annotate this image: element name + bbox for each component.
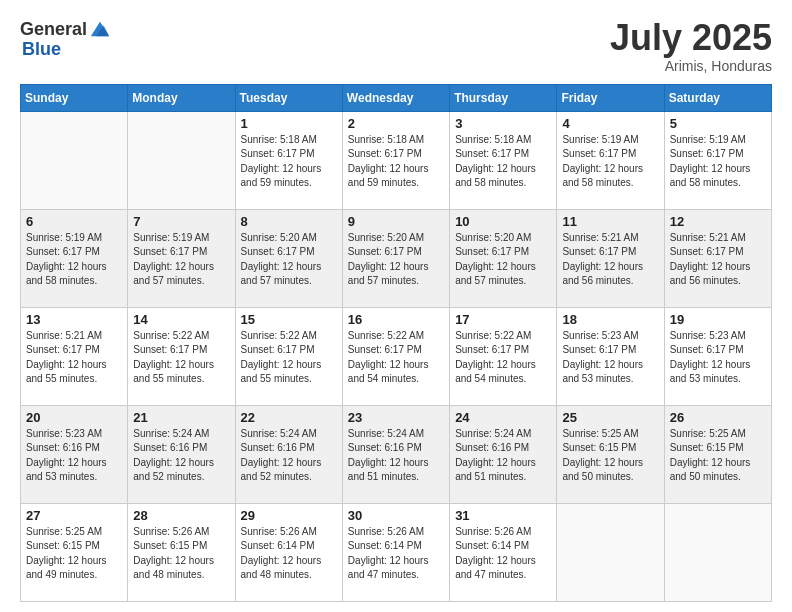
day-info: Sunrise: 5:26 AM Sunset: 6:14 PM Dayligh…	[241, 525, 337, 583]
day-number: 19	[670, 312, 766, 327]
day-number: 8	[241, 214, 337, 229]
page: General Blue July 2025 Arimis, Honduras …	[0, 0, 792, 612]
day-info: Sunrise: 5:23 AM Sunset: 6:17 PM Dayligh…	[670, 329, 766, 387]
table-row: 20Sunrise: 5:23 AM Sunset: 6:16 PM Dayli…	[21, 405, 128, 503]
table-row: 10Sunrise: 5:20 AM Sunset: 6:17 PM Dayli…	[450, 209, 557, 307]
day-number: 12	[670, 214, 766, 229]
day-info: Sunrise: 5:24 AM Sunset: 6:16 PM Dayligh…	[133, 427, 229, 485]
day-info: Sunrise: 5:26 AM Sunset: 6:15 PM Dayligh…	[133, 525, 229, 583]
table-row: 26Sunrise: 5:25 AM Sunset: 6:15 PM Dayli…	[664, 405, 771, 503]
table-row: 23Sunrise: 5:24 AM Sunset: 6:16 PM Dayli…	[342, 405, 449, 503]
col-sunday: Sunday	[21, 84, 128, 111]
header: General Blue July 2025 Arimis, Honduras	[20, 18, 772, 74]
table-row: 27Sunrise: 5:25 AM Sunset: 6:15 PM Dayli…	[21, 503, 128, 601]
day-number: 9	[348, 214, 444, 229]
table-row: 12Sunrise: 5:21 AM Sunset: 6:17 PM Dayli…	[664, 209, 771, 307]
day-number: 26	[670, 410, 766, 425]
table-row: 9Sunrise: 5:20 AM Sunset: 6:17 PM Daylig…	[342, 209, 449, 307]
table-row: 1Sunrise: 5:18 AM Sunset: 6:17 PM Daylig…	[235, 111, 342, 209]
day-number: 17	[455, 312, 551, 327]
day-number: 15	[241, 312, 337, 327]
day-number: 31	[455, 508, 551, 523]
day-info: Sunrise: 5:19 AM Sunset: 6:17 PM Dayligh…	[670, 133, 766, 191]
table-row	[128, 111, 235, 209]
day-info: Sunrise: 5:23 AM Sunset: 6:17 PM Dayligh…	[562, 329, 658, 387]
day-number: 22	[241, 410, 337, 425]
day-info: Sunrise: 5:20 AM Sunset: 6:17 PM Dayligh…	[455, 231, 551, 289]
table-row: 25Sunrise: 5:25 AM Sunset: 6:15 PM Dayli…	[557, 405, 664, 503]
day-info: Sunrise: 5:19 AM Sunset: 6:17 PM Dayligh…	[26, 231, 122, 289]
table-row: 6Sunrise: 5:19 AM Sunset: 6:17 PM Daylig…	[21, 209, 128, 307]
day-number: 30	[348, 508, 444, 523]
table-row	[557, 503, 664, 601]
day-info: Sunrise: 5:19 AM Sunset: 6:17 PM Dayligh…	[133, 231, 229, 289]
day-number: 16	[348, 312, 444, 327]
day-info: Sunrise: 5:24 AM Sunset: 6:16 PM Dayligh…	[348, 427, 444, 485]
calendar-row: 13Sunrise: 5:21 AM Sunset: 6:17 PM Dayli…	[21, 307, 772, 405]
day-number: 4	[562, 116, 658, 131]
day-info: Sunrise: 5:25 AM Sunset: 6:15 PM Dayligh…	[670, 427, 766, 485]
day-number: 18	[562, 312, 658, 327]
day-info: Sunrise: 5:22 AM Sunset: 6:17 PM Dayligh…	[133, 329, 229, 387]
calendar-row: 1Sunrise: 5:18 AM Sunset: 6:17 PM Daylig…	[21, 111, 772, 209]
col-wednesday: Wednesday	[342, 84, 449, 111]
day-info: Sunrise: 5:20 AM Sunset: 6:17 PM Dayligh…	[241, 231, 337, 289]
day-info: Sunrise: 5:18 AM Sunset: 6:17 PM Dayligh…	[455, 133, 551, 191]
day-info: Sunrise: 5:20 AM Sunset: 6:17 PM Dayligh…	[348, 231, 444, 289]
day-number: 21	[133, 410, 229, 425]
day-number: 29	[241, 508, 337, 523]
logo-icon	[89, 18, 111, 40]
table-row: 5Sunrise: 5:19 AM Sunset: 6:17 PM Daylig…	[664, 111, 771, 209]
logo-general: General	[20, 20, 87, 38]
col-saturday: Saturday	[664, 84, 771, 111]
table-row: 13Sunrise: 5:21 AM Sunset: 6:17 PM Dayli…	[21, 307, 128, 405]
table-row: 3Sunrise: 5:18 AM Sunset: 6:17 PM Daylig…	[450, 111, 557, 209]
day-number: 27	[26, 508, 122, 523]
table-row: 7Sunrise: 5:19 AM Sunset: 6:17 PM Daylig…	[128, 209, 235, 307]
day-info: Sunrise: 5:21 AM Sunset: 6:17 PM Dayligh…	[26, 329, 122, 387]
table-row: 8Sunrise: 5:20 AM Sunset: 6:17 PM Daylig…	[235, 209, 342, 307]
calendar-row: 6Sunrise: 5:19 AM Sunset: 6:17 PM Daylig…	[21, 209, 772, 307]
day-number: 3	[455, 116, 551, 131]
col-thursday: Thursday	[450, 84, 557, 111]
day-info: Sunrise: 5:24 AM Sunset: 6:16 PM Dayligh…	[455, 427, 551, 485]
day-number: 20	[26, 410, 122, 425]
day-info: Sunrise: 5:25 AM Sunset: 6:15 PM Dayligh…	[26, 525, 122, 583]
day-info: Sunrise: 5:25 AM Sunset: 6:15 PM Dayligh…	[562, 427, 658, 485]
day-number: 1	[241, 116, 337, 131]
day-info: Sunrise: 5:18 AM Sunset: 6:17 PM Dayligh…	[348, 133, 444, 191]
day-number: 10	[455, 214, 551, 229]
logo-blue: Blue	[22, 40, 111, 58]
day-info: Sunrise: 5:23 AM Sunset: 6:16 PM Dayligh…	[26, 427, 122, 485]
table-row: 31Sunrise: 5:26 AM Sunset: 6:14 PM Dayli…	[450, 503, 557, 601]
day-info: Sunrise: 5:18 AM Sunset: 6:17 PM Dayligh…	[241, 133, 337, 191]
table-row: 24Sunrise: 5:24 AM Sunset: 6:16 PM Dayli…	[450, 405, 557, 503]
day-info: Sunrise: 5:22 AM Sunset: 6:17 PM Dayligh…	[455, 329, 551, 387]
calendar-row: 20Sunrise: 5:23 AM Sunset: 6:16 PM Dayli…	[21, 405, 772, 503]
title-block: July 2025 Arimis, Honduras	[610, 18, 772, 74]
table-row: 29Sunrise: 5:26 AM Sunset: 6:14 PM Dayli…	[235, 503, 342, 601]
day-number: 11	[562, 214, 658, 229]
table-row: 4Sunrise: 5:19 AM Sunset: 6:17 PM Daylig…	[557, 111, 664, 209]
table-row: 15Sunrise: 5:22 AM Sunset: 6:17 PM Dayli…	[235, 307, 342, 405]
day-info: Sunrise: 5:22 AM Sunset: 6:17 PM Dayligh…	[348, 329, 444, 387]
day-info: Sunrise: 5:19 AM Sunset: 6:17 PM Dayligh…	[562, 133, 658, 191]
table-row: 14Sunrise: 5:22 AM Sunset: 6:17 PM Dayli…	[128, 307, 235, 405]
table-row	[21, 111, 128, 209]
day-number: 6	[26, 214, 122, 229]
day-number: 23	[348, 410, 444, 425]
table-row: 11Sunrise: 5:21 AM Sunset: 6:17 PM Dayli…	[557, 209, 664, 307]
location-subtitle: Arimis, Honduras	[610, 58, 772, 74]
header-row: Sunday Monday Tuesday Wednesday Thursday…	[21, 84, 772, 111]
table-row: 2Sunrise: 5:18 AM Sunset: 6:17 PM Daylig…	[342, 111, 449, 209]
logo: General Blue	[20, 18, 111, 58]
table-row: 21Sunrise: 5:24 AM Sunset: 6:16 PM Dayli…	[128, 405, 235, 503]
calendar-row: 27Sunrise: 5:25 AM Sunset: 6:15 PM Dayli…	[21, 503, 772, 601]
day-info: Sunrise: 5:22 AM Sunset: 6:17 PM Dayligh…	[241, 329, 337, 387]
day-info: Sunrise: 5:21 AM Sunset: 6:17 PM Dayligh…	[670, 231, 766, 289]
table-row: 17Sunrise: 5:22 AM Sunset: 6:17 PM Dayli…	[450, 307, 557, 405]
col-friday: Friday	[557, 84, 664, 111]
day-number: 5	[670, 116, 766, 131]
day-info: Sunrise: 5:26 AM Sunset: 6:14 PM Dayligh…	[348, 525, 444, 583]
table-row: 19Sunrise: 5:23 AM Sunset: 6:17 PM Dayli…	[664, 307, 771, 405]
